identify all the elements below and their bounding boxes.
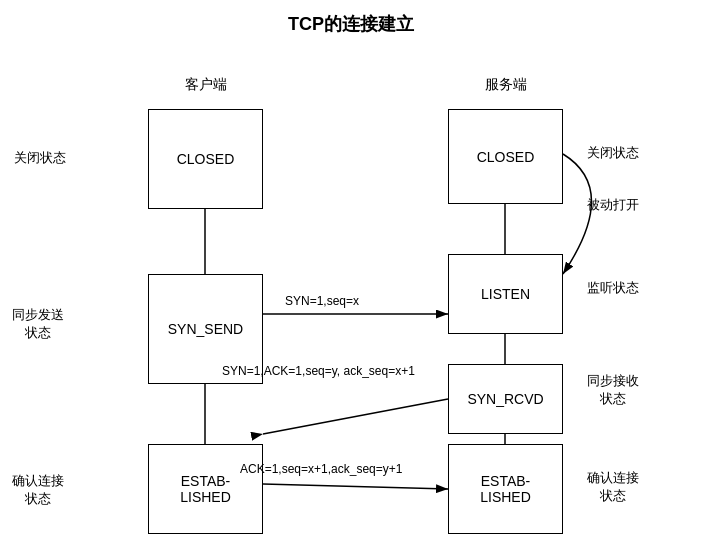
server-box-listen: LISTEN bbox=[448, 254, 563, 334]
left-label-established: 确认连接状态 bbox=[5, 472, 70, 508]
client-column-label: 客户端 bbox=[148, 76, 263, 94]
left-label-syn-send: 同步发送状态 bbox=[5, 306, 70, 342]
right-label-closed: 关闭状态 bbox=[578, 144, 648, 162]
page-title: TCP的连接建立 bbox=[0, 0, 702, 44]
server-box-syn-rcvd: SYN_RCVD bbox=[448, 364, 563, 434]
right-label-established: 确认连接状态 bbox=[578, 469, 648, 505]
svg-line-5 bbox=[263, 399, 448, 434]
svg-line-6 bbox=[263, 484, 448, 489]
right-label-syn-rcvd: 同步接收状态 bbox=[578, 372, 648, 408]
right-label-listen: 监听状态 bbox=[578, 279, 648, 297]
right-label-passive-open: 被动打开 bbox=[578, 196, 648, 214]
server-column-label: 服务端 bbox=[448, 76, 563, 94]
client-box-closed: CLOSED bbox=[148, 109, 263, 209]
left-label-closed: 关闭状态 bbox=[10, 149, 70, 167]
arrow-label-syn: SYN=1,seq=x bbox=[285, 294, 359, 308]
client-box-established: ESTAB-LISHED bbox=[148, 444, 263, 534]
server-box-closed: CLOSED bbox=[448, 109, 563, 204]
arrow-label-ack: ACK=1,seq=x+1,ack_seq=y+1 bbox=[240, 462, 402, 476]
arrow-label-syn-ack: SYN=1,ACK=1,seq=y, ack_seq=x+1 bbox=[222, 364, 415, 378]
server-box-established: ESTAB-LISHED bbox=[448, 444, 563, 534]
